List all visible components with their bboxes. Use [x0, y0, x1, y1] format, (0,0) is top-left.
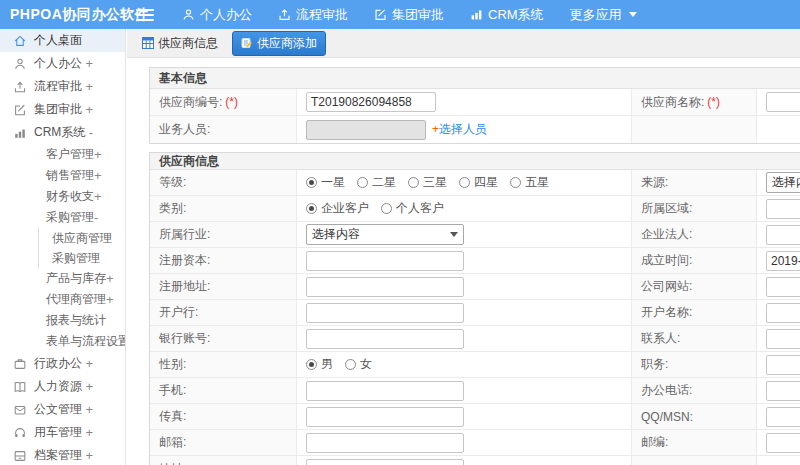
- tab-supplier-info[interactable]: 供应商信息: [134, 32, 226, 55]
- sidebar-item-vehicle-mgmt[interactable]: 用车管理 +: [0, 421, 125, 444]
- approve-icon: [12, 102, 27, 117]
- field-label: 性别:: [150, 352, 297, 377]
- form-row: 性别: 男 女 职务:: [150, 352, 800, 378]
- radio-one-star[interactable]: 一星: [306, 174, 345, 191]
- choose-staff-link[interactable]: +选择人员: [432, 121, 487, 138]
- form-row: 所属行业: 选择内容 企业法人:: [150, 222, 800, 248]
- nav-personal-office[interactable]: 个人办公: [182, 6, 252, 24]
- nav-flow-approval[interactable]: 流程审批: [278, 6, 348, 24]
- registered-address-input[interactable]: [306, 277, 464, 297]
- field-cell: [757, 89, 800, 115]
- field-label: 来源:: [632, 170, 757, 195]
- sidebar-item-personal-desktop[interactable]: 个人桌面: [0, 29, 125, 52]
- contact-person-input[interactable]: [766, 329, 800, 349]
- account-name-input[interactable]: [766, 303, 800, 323]
- sidebar-item-sales-mgmt[interactable]: 销售管理 +: [0, 165, 125, 186]
- radio-icon: [510, 177, 521, 188]
- required-mark: (*): [225, 95, 238, 109]
- field-cell: [297, 326, 632, 351]
- sidebar-item-finance[interactable]: 财务收支 +: [0, 186, 125, 207]
- field-label: 银行账号:: [150, 326, 297, 351]
- legal-person-input[interactable]: [766, 225, 800, 245]
- sidebar-item-crm-system[interactable]: CRM系统 -: [0, 121, 125, 144]
- mobile-input[interactable]: [306, 381, 464, 401]
- zip-code-input[interactable]: [766, 433, 800, 453]
- radio-icon: [306, 203, 317, 214]
- field-cell: [297, 300, 632, 325]
- sidebar-item-product-stock[interactable]: 产品与库存 +: [0, 268, 125, 289]
- sidebar-item-personal-office[interactable]: 个人办公 +: [0, 52, 125, 75]
- sidebar-item-archive-mgmt[interactable]: 档案管理 +: [0, 444, 125, 465]
- radio-male[interactable]: 男: [306, 356, 333, 373]
- tab-supplier-add[interactable]: 供应商添加: [232, 31, 326, 56]
- radio-female[interactable]: 女: [345, 356, 372, 373]
- sidebar-item-purchase-sub[interactable]: 采购管理: [38, 248, 125, 268]
- field-cell: [757, 352, 800, 377]
- form-row: 等级: 一星 二星 三星 四星 五星 来源: 选择内容: [150, 170, 800, 196]
- sidebar-item-supplier-mgmt[interactable]: 供应商管理: [38, 228, 125, 248]
- sidebar-item-document-mgmt[interactable]: 公文管理 +: [0, 398, 125, 421]
- position-input[interactable]: [766, 355, 800, 375]
- field-cell: 选择内容: [757, 170, 800, 195]
- grade-radio-group: 一星 二星 三星 四星 五星: [306, 174, 549, 191]
- sidebar-item-form-flow-settings[interactable]: 表单与流程设置 +: [0, 331, 125, 352]
- add-doc-icon: [241, 37, 253, 49]
- supplier-code-input[interactable]: [306, 92, 436, 112]
- bank-name-input[interactable]: [306, 303, 464, 323]
- home-icon: [12, 33, 27, 48]
- email-input[interactable]: [306, 433, 464, 453]
- flow-icon: [12, 79, 27, 94]
- industry-select[interactable]: 选择内容: [306, 224, 464, 245]
- business-staff-input[interactable]: [306, 120, 426, 140]
- field-label: QQ/MSN:: [632, 404, 757, 429]
- supplier-add-form: 基本信息 供应商编号: (*) 供应商名称: (*): [127, 58, 800, 465]
- radio-two-star[interactable]: 二星: [357, 174, 396, 191]
- sidebar-item-admin-office[interactable]: 行政办公 +: [0, 352, 125, 375]
- company-website-input[interactable]: [766, 277, 800, 297]
- hamburger-menu-icon[interactable]: [136, 9, 154, 21]
- sidebar-item-group-approval[interactable]: 集团审批 +: [0, 98, 125, 121]
- office-phone-input[interactable]: [766, 381, 800, 401]
- sidebar-item-customer-mgmt[interactable]: 客户管理 +: [0, 144, 125, 165]
- section-supplier-info: 供应商信息 等级: 一星 二星 三星 四星 五星 来源: 选择内容: [149, 152, 800, 465]
- nav-more-apps[interactable]: 更多应用: [570, 6, 637, 24]
- supplier-name-input[interactable]: [766, 92, 800, 112]
- nav-crm-system[interactable]: CRM系统: [470, 6, 544, 24]
- radio-four-star[interactable]: 四星: [459, 174, 498, 191]
- app-logo: PHPOA协同办公软件: [0, 6, 128, 24]
- category-radio-group: 企业客户 个人客户: [306, 200, 444, 217]
- region-input[interactable]: [766, 199, 800, 219]
- address-input[interactable]: [306, 459, 464, 465]
- qq-msn-input[interactable]: [766, 407, 800, 427]
- source-select[interactable]: 选择内容: [766, 172, 800, 193]
- field-label: 注册地址:: [150, 274, 297, 299]
- radio-five-star[interactable]: 五星: [510, 174, 549, 191]
- radio-enterprise-customer[interactable]: 企业客户: [306, 200, 369, 217]
- sidebar-item-agent-mgmt[interactable]: 代理商管理 +: [0, 289, 125, 310]
- form-row: 供应商编号: (*) 供应商名称: (*): [150, 89, 800, 116]
- radio-personal-customer[interactable]: 个人客户: [381, 200, 444, 217]
- field-label: 类别:: [150, 196, 297, 221]
- registered-capital-input[interactable]: [306, 251, 464, 271]
- chart-icon: [470, 8, 483, 21]
- field-cell: [757, 116, 800, 143]
- fax-input[interactable]: [306, 407, 464, 427]
- radio-icon: [408, 177, 419, 188]
- user-icon: [12, 56, 27, 71]
- sidebar-item-flow-approval[interactable]: 流程审批 +: [0, 75, 125, 98]
- sidebar-item-purchase-mgmt[interactable]: 采购管理 -: [0, 207, 125, 228]
- founding-date-input[interactable]: [766, 251, 800, 271]
- section-title: 基本信息: [150, 68, 800, 89]
- sidebar-item-reports[interactable]: 报表与统计: [0, 310, 125, 331]
- field-cell: [757, 300, 800, 325]
- flow-icon: [278, 8, 291, 21]
- sidebar-item-hr[interactable]: 人力资源 +: [0, 375, 125, 398]
- bank-account-input[interactable]: [306, 329, 464, 349]
- nav-group-approval[interactable]: 集团审批: [374, 6, 444, 24]
- field-cell: [297, 404, 632, 429]
- form-row: 类别: 企业客户 个人客户 所属区域:: [150, 196, 800, 222]
- briefcase-icon: [12, 356, 27, 371]
- radio-three-star[interactable]: 三星: [408, 174, 447, 191]
- top-header: PHPOA协同办公软件 个人办公 流程审批 集团审批 CRM系统 更多应用: [0, 0, 800, 29]
- main-content: 供应商信息 供应商添加 基本信息 供应商编号: (*) 供应商名称: (*): [127, 29, 800, 465]
